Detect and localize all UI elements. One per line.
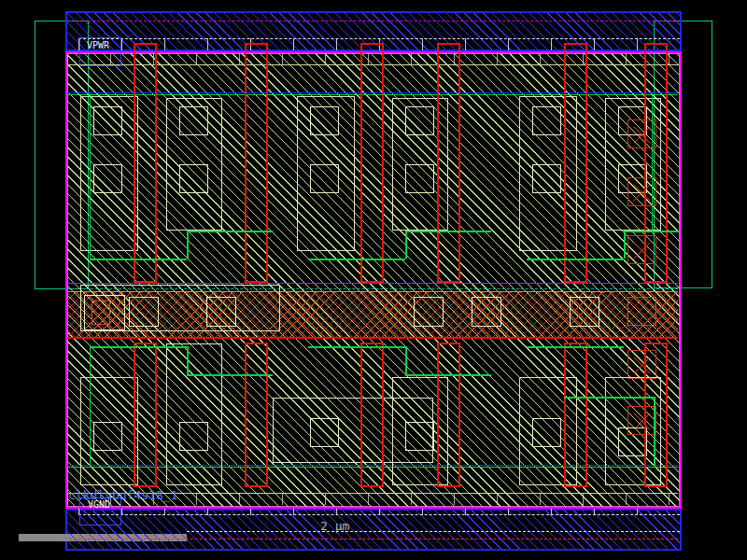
contact [532,418,561,447]
diffusion-edge [527,346,624,348]
layout-canvas[interactable]: VPWR clkdlybuf4s18_1 VGND 2 µm [0,0,747,560]
licon-x [627,235,656,264]
contact [179,422,208,451]
diffusion-edge [527,259,624,260]
poly-gate [134,43,157,283]
diffusion-edge [405,374,491,376]
contact [405,422,434,451]
diffusion-edge [90,259,187,260]
scale-bar-rail-overlay [69,534,187,541]
contact [532,164,561,193]
diffusion-edge [405,346,407,374]
contact [405,106,434,135]
diffusion-edge [624,231,626,259]
mid-contact [206,297,236,327]
contact [532,106,561,135]
scale-dashed-line [187,531,680,532]
poly-gate [245,343,268,487]
diffusion-edge [187,374,273,376]
cell-name-label: clkdlybuf4s18_1 [68,489,177,501]
poly-gate [644,343,668,487]
diffusion-edge [90,93,91,259]
licon-x [627,119,656,148]
vgnd-label: VGND [88,500,110,510]
poly-band-red-edge [67,337,678,339]
vgnd-tick-comb [78,509,680,515]
diffusion-edge [308,259,405,260]
contact [93,164,122,193]
contact [310,106,339,135]
contact [618,427,647,456]
li-rect [166,343,222,485]
poly-gate [564,343,587,487]
mid-contact-poly [627,297,656,326]
vpwr-label: VPWR [87,41,109,50]
diffusion-edge [90,346,91,467]
purple-boundary-line [67,283,678,284]
mid-contact-inner [92,301,110,325]
mid-contact [129,297,159,327]
diffusion-edge [405,231,491,232]
contact [93,106,122,135]
diffusion-edge [187,231,273,232]
poly-gate [134,343,157,487]
contact [179,106,208,135]
contact [310,418,339,447]
contact [93,422,122,451]
diffusion-edge [187,231,189,259]
mid-contact [570,297,599,327]
contact [179,164,208,193]
diffusion-edge [564,397,654,399]
mid-contact [472,297,501,327]
diffusion-edge [90,346,187,348]
diffusion-edge [308,346,405,348]
poly-gate [437,43,460,283]
rail-red-dashed-line [69,539,678,539]
diffusion-edge [652,93,653,233]
poly-gate [360,43,384,283]
poly-gate [360,343,384,487]
scale-label: 2 µm [320,520,349,532]
diffusion-edge [405,231,407,259]
contact [310,164,339,193]
contact [405,164,434,193]
poly-gate [437,343,460,487]
vpwr-center-dashed-line [69,21,678,21]
licon-x [627,177,656,206]
poly-gate [245,43,268,283]
diffusion-edge [654,397,655,467]
diffusion-edge [187,346,189,374]
mid-contact [414,297,444,327]
poly-gate [564,43,587,283]
